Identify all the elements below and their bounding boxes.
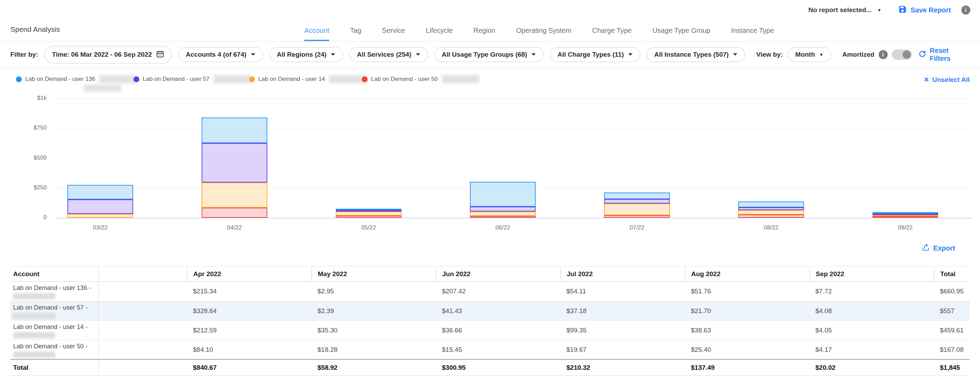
x-axis-tick: 06/22 (496, 224, 511, 231)
table-row[interactable]: Lab on Demand - user 136 -$215.34$2.95$2… (10, 282, 970, 301)
legend-item-lab-on-demand-user-14[interactable]: Lab on Demand - user 14 (249, 75, 367, 83)
value-cell: $99.35 (560, 321, 685, 340)
account-cell: Lab on Demand - user 50 - (10, 340, 99, 359)
chevron-down-icon (531, 52, 536, 57)
top-bar: No report selected... ▼ Save Report i (0, 0, 980, 15)
filter-pill-all-usage-type-groups-68[interactable]: All Usage Type Groups (68) (434, 47, 544, 62)
spend-chart: $1k$750$500$250003/2204/2205/2206/2207/2… (0, 96, 980, 238)
bar-segment-lab-on-demand-user-14 (470, 211, 536, 216)
column-header-account: Account (10, 267, 99, 281)
chevron-down-icon: ▼ (819, 52, 824, 57)
view-by-group: View by: Month ▼ (756, 47, 831, 62)
stacked-bar-09-22[interactable] (872, 212, 938, 218)
stacked-bar-08-22[interactable] (738, 201, 804, 218)
redacted-text (214, 75, 251, 83)
value-cell: $4.08 (810, 301, 934, 320)
tab-charge-type[interactable]: Charge Type (592, 27, 632, 41)
bar-segment-lab-on-demand-user-14 (738, 210, 804, 214)
column-header-total: Total (934, 267, 970, 281)
redacted-text (13, 313, 55, 319)
filter-pill-all-services-254[interactable]: All Services (254) (349, 47, 428, 62)
reset-filters-button[interactable]: Reset Filters (918, 47, 970, 63)
report-selector-value: No report selected... (808, 6, 872, 14)
account-cell: Lab on Demand - user 57 - (10, 301, 99, 320)
legend-item-lab-on-demand-user-136[interactable]: Lab on Demand - user 136 (16, 75, 137, 83)
tab-operating-system[interactable]: Operating System (516, 27, 571, 41)
time-range-value: Time: 06 Mar 2022 - 06 Sep 2022 (52, 51, 152, 59)
total-value-cell: $840.67 (187, 360, 312, 376)
value-cell: $15.45 (436, 340, 560, 359)
stacked-bar-03-22[interactable] (67, 185, 133, 218)
time-range-pill[interactable]: Time: 06 Mar 2022 - 06 Sep 2022 (44, 46, 172, 63)
y-axis-tick: $500 (0, 154, 47, 162)
x-axis-tick: 08/22 (764, 224, 779, 231)
info-icon[interactable]: i (879, 50, 888, 59)
account-cell: Lab on Demand - user 14 - (10, 321, 99, 340)
total-value-cell: $300.95 (436, 360, 560, 376)
filter-pill-accounts-4-of-674[interactable]: Accounts 4 (of 674) (178, 47, 263, 62)
value-cell: $84.10 (187, 340, 312, 359)
value-cell: $18.28 (312, 340, 436, 359)
spacer-cell (99, 340, 187, 359)
total-value-cell: $210.32 (560, 360, 685, 376)
stacked-bar-06-22[interactable] (470, 182, 536, 218)
tab-tag[interactable]: Tag (350, 27, 361, 41)
bar-segment-lab-on-demand-user-50 (604, 215, 670, 218)
table-header-row: AccountApr 2022May 2022Jun 2022Jul 2022A… (10, 267, 970, 282)
table-row[interactable]: Lab on Demand - user 57 -$328.64$2.39$41… (10, 301, 970, 320)
legend-label: Lab on Demand - user 50 (371, 76, 438, 82)
view-by-dropdown[interactable]: Month ▼ (788, 47, 831, 62)
tabs: AccountTagServiceLifecycleRegionOperatin… (304, 27, 774, 41)
stacked-bar-04-22[interactable] (202, 117, 267, 218)
column-header-aug-2022: Aug 2022 (685, 267, 810, 281)
save-report-label: Save Report (910, 6, 951, 14)
unselect-all-label: Unselect All (932, 76, 970, 84)
pill-label: All Usage Type Groups (68) (442, 51, 527, 59)
spacer-cell (99, 301, 187, 320)
bar-segment-lab-on-demand-user-136 (604, 192, 670, 199)
bar-segment-lab-on-demand-user-136 (738, 201, 804, 208)
value-cell: $660.95 (934, 282, 970, 301)
total-value-cell: $20.02 (810, 360, 934, 376)
table-row[interactable]: Lab on Demand - user 14 -$212.59$35.30$3… (10, 320, 970, 340)
table-row[interactable]: Lab on Demand - user 50 -$84.10$18.28$15… (10, 340, 970, 359)
close-icon: ✕ (924, 76, 929, 84)
bar-segment-lab-on-demand-user-57 (738, 207, 804, 210)
tab-service[interactable]: Service (382, 27, 405, 41)
tab-account[interactable]: Account (304, 27, 329, 41)
tab-instance-type[interactable]: Instance Type (731, 27, 774, 41)
y-axis-tick: $250 (0, 184, 47, 191)
x-axis-tick: 07/22 (630, 224, 644, 231)
save-report-button[interactable]: Save Report (898, 5, 951, 16)
filter-by-label: Filter by: (10, 51, 38, 59)
filter-pill-all-regions-24[interactable]: All Regions (24) (269, 47, 344, 62)
bar-segment-lab-on-demand-user-57 (67, 199, 133, 214)
value-cell: $41.43 (436, 301, 560, 320)
x-axis-line (55, 218, 972, 218)
legend-label: Lab on Demand - user 136 (25, 76, 95, 82)
unselect-all-button[interactable]: ✕ Unselect All (924, 76, 970, 84)
tab-usage-type-group[interactable]: Usage Type Group (652, 27, 711, 41)
y-axis-tick: $750 (0, 124, 47, 131)
chevron-down-icon: ▼ (877, 8, 881, 13)
legend-label: Lab on Demand - user 14 (258, 76, 325, 82)
bar-segment-lab-on-demand-user-57 (470, 207, 536, 211)
value-cell: $21.70 (685, 301, 810, 320)
report-selector-dropdown[interactable]: No report selected... ▼ (808, 6, 882, 14)
title-row: Spend Analysis AccountTagServiceLifecycl… (0, 15, 980, 41)
legend-item-lab-on-demand-user-50[interactable]: Lab on Demand - user 50 (362, 75, 479, 83)
tab-region[interactable]: Region (473, 27, 495, 41)
tab-lifecycle[interactable]: Lifecycle (426, 27, 453, 41)
legend-item-lab-on-demand-user-57[interactable]: Lab on Demand - user 57 (134, 75, 251, 83)
filter-pill-all-charge-types-11[interactable]: All Charge Types (11) (550, 47, 640, 62)
export-button[interactable]: Export (921, 243, 955, 253)
value-cell: $2.39 (312, 301, 436, 320)
export-label: Export (933, 244, 955, 252)
amortized-toggle[interactable] (892, 49, 912, 60)
filter-pill-all-instance-types-507[interactable]: All Instance Types (507) (647, 47, 745, 62)
stacked-bar-07-22[interactable] (604, 192, 670, 218)
bar-segment-lab-on-demand-user-50 (738, 214, 804, 218)
stacked-bar-05-22[interactable] (336, 209, 401, 218)
redacted-text (99, 75, 137, 83)
info-icon[interactable]: i (961, 6, 970, 14)
